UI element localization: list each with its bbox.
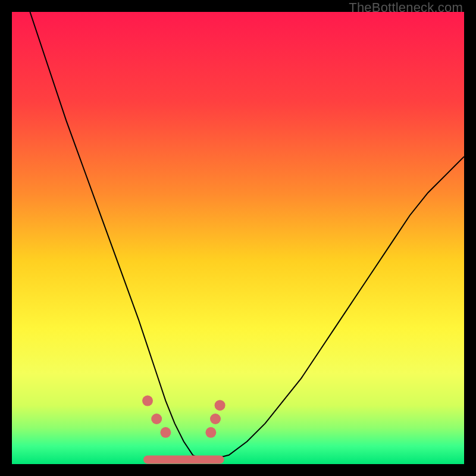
trough-marker [210,414,221,424]
watermark-text: TheBottleneck.com [349,0,463,15]
trough-marker [142,396,153,406]
trough-marker [151,414,162,424]
trough-marker [205,427,216,438]
chart-frame [12,12,464,464]
bottleneck-chart [12,12,464,464]
gradient-background [12,12,464,464]
trough-marker [215,400,226,411]
trough-marker [160,427,171,438]
